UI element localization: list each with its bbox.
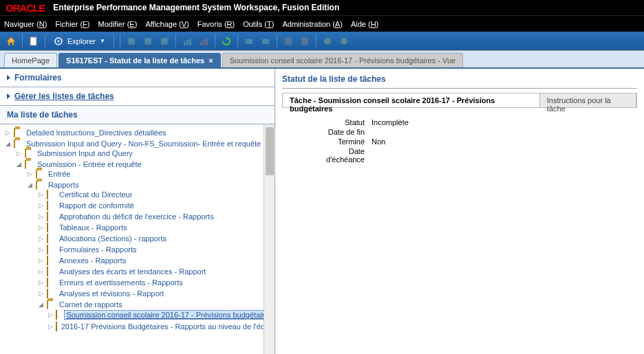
tree-item-analyses-rev[interactable]: ▷Analyses et révisions - Rapport (37, 289, 275, 298)
menu-affichage[interactable]: Affichage (V) (145, 20, 189, 28)
product-title: Enterprise Performance Management System… (53, 3, 339, 12)
tab-other-label: Soumission conseil scolaire 2016-17 - Pr… (230, 56, 456, 65)
scrollbar-thumb[interactable] (266, 127, 274, 175)
tool-icon-7[interactable] (298, 34, 312, 48)
tool-icon-9[interactable] (337, 34, 351, 48)
tool-icon-5[interactable] (259, 34, 272, 48)
chevron-right-icon (7, 75, 10, 80)
home-icon[interactable] (4, 34, 18, 48)
svg-point-16 (324, 38, 331, 45)
tab-homepage[interactable]: HomePage (4, 53, 57, 67)
svg-rect-6 (184, 42, 186, 45)
tree-item-carnet[interactable]: ◢Carnet de rapports (37, 300, 275, 309)
right-panel: Statut de la liste de tâches Tâche - Sou… (275, 69, 644, 354)
tool-icon-2[interactable] (141, 34, 155, 48)
tree-item-rapports[interactable]: ◢Rapports (26, 181, 275, 189)
svg-rect-9 (200, 42, 202, 45)
menu-outils[interactable]: Outils (T) (243, 20, 274, 28)
menu-fichier[interactable]: Fichier (F) (55, 20, 89, 28)
menu-administration[interactable]: Administration (A) (282, 20, 342, 28)
svg-rect-14 (285, 38, 292, 45)
explorer-label: Explorer (67, 37, 96, 45)
panel-formulaires-label: Formulaires (14, 73, 62, 82)
titlebar: ORACLE Enterprise Performance Management… (0, 0, 644, 15)
dropdown-icon: ▼ (100, 38, 105, 44)
menubar: Naviguer (N) Fichier (F) Modifier (E) Af… (0, 15, 644, 32)
tree-item-certificat[interactable]: ▷Certificat du Directeur (37, 190, 275, 199)
left-panel: Formulaires Gérer les listes de tâches M… (0, 69, 275, 354)
svg-rect-7 (186, 40, 189, 45)
svg-rect-10 (203, 40, 205, 45)
panel-gerer-label: Gérer les listes de tâches (14, 91, 114, 101)
datefin-label: Date de fin (310, 128, 372, 136)
content: Formulaires Gérer les listes de tâches M… (0, 69, 644, 354)
tool-icon-8[interactable] (321, 34, 334, 48)
svg-rect-11 (206, 38, 208, 45)
explorer-icon (54, 36, 63, 46)
oracle-logo: ORACLE (6, 2, 45, 14)
tab-homepage-label: HomePage (12, 56, 50, 65)
chart-icon-2[interactable] (197, 34, 211, 48)
panel-mataches-label: Ma liste de tâches (7, 110, 78, 120)
menu-favoris[interactable]: Favoris (R) (197, 20, 235, 28)
tree-item-formulaires[interactable]: ▷Formulaires - Rapports (37, 245, 275, 254)
statut-value: Incomplète (372, 118, 409, 126)
tool-icon-4[interactable] (242, 34, 256, 48)
new-doc-icon[interactable] (27, 34, 41, 48)
svg-rect-13 (262, 39, 269, 44)
tree-item-subinputq[interactable]: ▷Submission Input and Query (15, 149, 275, 157)
refresh-icon[interactable] (219, 34, 233, 48)
scrollbar[interactable] (264, 124, 275, 354)
tree-item-soumission-sel[interactable]: ▷Soumission conseil scolaire 2016-17 - P… (48, 310, 275, 320)
tree-item-allocations[interactable]: ▷Allocations (Sections) - rapports (37, 234, 275, 243)
svg-rect-5 (161, 38, 168, 45)
tree-item-erreurs[interactable]: ▷Erreurs et avertissements - Rapports (37, 278, 275, 287)
subtabs: Tâche - Soumission conseil scolaire 2016… (282, 93, 637, 108)
subtab-instructions[interactable]: Instructions pour la tâche (540, 93, 636, 107)
tool-icon-3[interactable] (158, 34, 171, 48)
svg-point-2 (57, 40, 60, 43)
chevron-right-icon (7, 93, 10, 99)
tree-item-tableaux[interactable]: ▷Tableaux - Rapports (37, 223, 275, 232)
toolbar: Explorer ▼ (0, 32, 644, 51)
panel-gerer[interactable]: Gérer les listes de tâches (0, 87, 275, 106)
tool-icon-1[interactable] (125, 34, 138, 48)
svg-rect-15 (301, 38, 308, 45)
termine-value: Non (372, 137, 385, 146)
tabbar: HomePage S1617EST - Statut de la liste d… (0, 51, 644, 69)
tree-item-previsions[interactable]: ▷2016-17 Prévisions Budgétaires - Rappor… (48, 322, 275, 331)
svg-rect-12 (246, 39, 253, 44)
subtab-tache-label: Tâche - Soumission conseil scolaire 2016… (290, 96, 495, 113)
task-tree: ▷Detailed Instructions_Directives détail… (0, 124, 275, 354)
tab-other[interactable]: Soumission conseil scolaire 2016-17 - Pr… (222, 53, 464, 67)
panel-mataches[interactable]: Ma liste de tâches (0, 106, 275, 124)
subtab-instr-label: Instructions pour la tâche (547, 96, 611, 113)
svg-point-17 (341, 38, 347, 45)
menu-aide[interactable]: Aide (H) (351, 20, 378, 28)
panel-formulaires[interactable]: Formulaires (0, 69, 275, 87)
menu-naviguer[interactable]: Naviguer (N) (4, 20, 47, 28)
tool-icon-6[interactable] (281, 34, 295, 48)
svg-rect-3 (128, 38, 135, 45)
echeance-label: Date d'échéance (310, 147, 372, 164)
right-title: Statut de la liste de tâches (282, 74, 637, 89)
tab-active-label: S1617EST - Statut de la liste de tâches (66, 56, 204, 65)
tree-item-subinput[interactable]: ◢Submission Input and Query - Non-FS_Sou… (4, 140, 275, 148)
tree-item-soumission[interactable]: ◢Soumission - Entrée et requête (15, 160, 275, 168)
chart-icon-1[interactable] (180, 34, 194, 48)
explorer-button[interactable]: Explorer ▼ (50, 36, 109, 46)
termine-label: Terminé (310, 137, 372, 146)
tree-item-rapport-conf[interactable]: ▷Rapport de conformité (37, 201, 275, 210)
close-icon[interactable]: × (208, 56, 213, 65)
menu-modifier[interactable]: Modifier (E) (98, 20, 138, 28)
svg-rect-8 (189, 38, 191, 45)
tree-item-approbation[interactable]: ▷Approbation du déficit de l'exercice - … (37, 212, 275, 221)
tree-item-detailed[interactable]: ▷Detailed Instructions_Directives détail… (4, 129, 275, 137)
statut-label: Statut (310, 118, 372, 126)
tree-item-annexes[interactable]: ▷Annexes - Rapports (37, 256, 275, 265)
subtab-tache[interactable]: Tâche - Soumission conseil scolaire 2016… (283, 93, 540, 107)
tree-item-entree[interactable]: ▷Entrée (26, 170, 275, 178)
tree-item-analyses-ecarts[interactable]: ▷Analyses des écarts et tendances - Rapp… (37, 267, 275, 276)
tab-active[interactable]: S1617EST - Statut de la liste de tâches … (58, 53, 221, 67)
svg-rect-4 (144, 38, 151, 45)
